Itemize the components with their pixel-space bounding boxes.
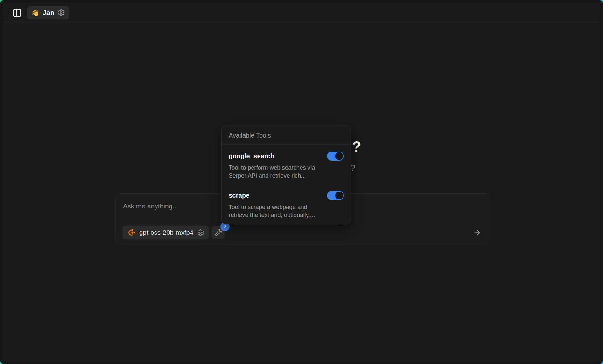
toggle-knob	[335, 152, 343, 160]
gear-icon	[58, 9, 65, 16]
titlebar: 👋 Jan	[3, 3, 600, 23]
app-title: Jan	[43, 9, 54, 17]
arrow-right-icon	[473, 228, 482, 237]
tool-toggle-scrape[interactable]	[327, 191, 344, 200]
settings-button[interactable]	[58, 9, 65, 16]
tool-name: google_search	[229, 152, 274, 160]
available-tools-popover: Available Tools google_search Tool to pe…	[221, 125, 351, 224]
tool-description: Tool to scrape a webpage and retrieve th…	[229, 203, 344, 219]
empty-state-subheading-fragment: ?	[350, 163, 355, 173]
tool-row-google-search: google_search Tool to perform web search…	[229, 152, 344, 179]
popover-body: google_search Tool to perform web search…	[222, 145, 351, 224]
popover-title: Available Tools	[222, 125, 351, 145]
llamacpp-icon	[127, 228, 136, 237]
tools-button[interactable]: 2	[212, 226, 225, 239]
wave-emoji: 👋	[31, 10, 39, 16]
empty-state-heading-fragment: ?	[352, 138, 361, 155]
gear-icon	[197, 229, 204, 236]
sidebar-toggle-button[interactable]	[12, 8, 22, 17]
app-window: 👋 Jan ? ?	[0, 0, 603, 364]
tool-toggle-google-search[interactable]	[327, 152, 344, 161]
tool-row-scrape: scrape Tool to scrape a webpage and retr…	[229, 191, 344, 219]
tool-name: scrape	[229, 192, 250, 199]
model-selector[interactable]: gpt-oss-20b-mxfp4	[122, 226, 209, 239]
app-frame: 👋 Jan ? ?	[3, 3, 600, 361]
app-menu-button[interactable]: 👋 Jan	[27, 6, 69, 19]
toggle-knob	[335, 192, 343, 199]
tool-description: Tool to perform web searches via Serper …	[229, 164, 344, 179]
panel-left-icon	[12, 8, 22, 17]
wrench-icon	[215, 229, 222, 236]
model-settings-button[interactable]	[197, 229, 204, 236]
composer-toolbar: gpt-oss-20b-mxfp4 2	[122, 226, 483, 239]
send-button[interactable]	[471, 227, 483, 238]
model-name: gpt-oss-20b-mxfp4	[139, 229, 193, 236]
